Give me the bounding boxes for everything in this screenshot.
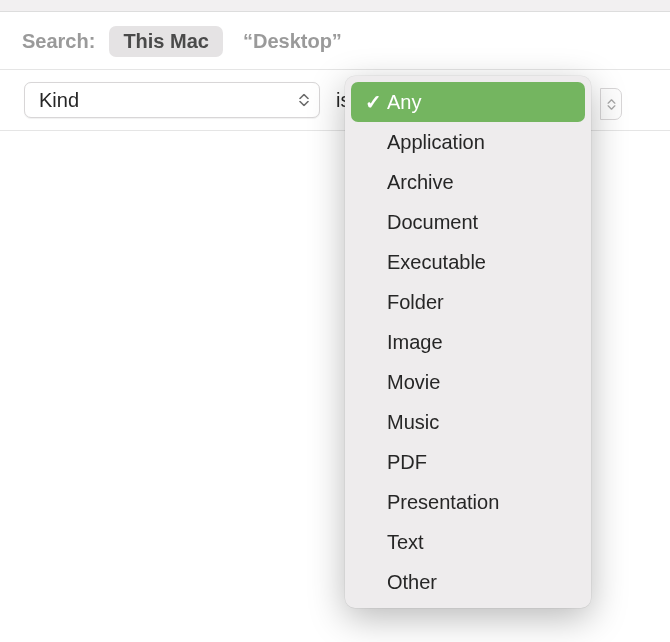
check-icon: ✓ bbox=[365, 210, 387, 234]
attribute-select[interactable]: Kind bbox=[24, 82, 320, 118]
dropdown-item-presentation[interactable]: ✓Presentation bbox=[351, 482, 585, 522]
dropdown-item-other[interactable]: ✓Other bbox=[351, 562, 585, 602]
dropdown-item-label: Archive bbox=[387, 171, 585, 194]
dropdown-item-label: Music bbox=[387, 411, 585, 434]
dropdown-item-label: Image bbox=[387, 331, 585, 354]
dropdown-item-label: PDF bbox=[387, 451, 585, 474]
dropdown-item-music[interactable]: ✓Music bbox=[351, 402, 585, 442]
dropdown-item-label: Application bbox=[387, 131, 585, 154]
check-icon: ✓ bbox=[365, 330, 387, 354]
dropdown-item-label: Presentation bbox=[387, 491, 585, 514]
check-icon: ✓ bbox=[365, 90, 387, 114]
search-scope-bar: Search: This Mac “Desktop” bbox=[0, 12, 670, 70]
dropdown-item-label: Text bbox=[387, 531, 585, 554]
scope-desktop[interactable]: “Desktop” bbox=[237, 26, 348, 57]
check-icon: ✓ bbox=[365, 250, 387, 274]
check-icon: ✓ bbox=[365, 450, 387, 474]
search-label: Search: bbox=[22, 30, 95, 53]
dropdown-item-image[interactable]: ✓Image bbox=[351, 322, 585, 362]
dropdown-item-label: Executable bbox=[387, 251, 585, 274]
scope-this-mac[interactable]: This Mac bbox=[109, 26, 223, 57]
check-icon: ✓ bbox=[365, 490, 387, 514]
kind-dropdown: ✓Any✓Application✓Archive✓Document✓Execut… bbox=[345, 76, 591, 608]
check-icon: ✓ bbox=[365, 570, 387, 594]
check-icon: ✓ bbox=[365, 130, 387, 154]
window-toolbar-strip bbox=[0, 0, 670, 12]
check-icon: ✓ bbox=[365, 170, 387, 194]
check-icon: ✓ bbox=[365, 530, 387, 554]
dropdown-item-label: Movie bbox=[387, 371, 585, 394]
dropdown-item-movie[interactable]: ✓Movie bbox=[351, 362, 585, 402]
dropdown-item-label: Folder bbox=[387, 291, 585, 314]
dropdown-item-label: Document bbox=[387, 211, 585, 234]
dropdown-item-application[interactable]: ✓Application bbox=[351, 122, 585, 162]
check-icon: ✓ bbox=[365, 370, 387, 394]
dropdown-item-pdf[interactable]: ✓PDF bbox=[351, 442, 585, 482]
dropdown-item-executable[interactable]: ✓Executable bbox=[351, 242, 585, 282]
value-select-stepper[interactable] bbox=[600, 88, 622, 120]
dropdown-item-text[interactable]: ✓Text bbox=[351, 522, 585, 562]
stepper-icon bbox=[299, 94, 309, 107]
check-icon: ✓ bbox=[365, 290, 387, 314]
dropdown-item-archive[interactable]: ✓Archive bbox=[351, 162, 585, 202]
attribute-select-value: Kind bbox=[39, 89, 79, 112]
check-icon: ✓ bbox=[365, 410, 387, 434]
dropdown-item-label: Any bbox=[387, 91, 585, 114]
dropdown-item-any[interactable]: ✓Any bbox=[351, 82, 585, 122]
dropdown-item-label: Other bbox=[387, 571, 585, 594]
dropdown-item-folder[interactable]: ✓Folder bbox=[351, 282, 585, 322]
dropdown-item-document[interactable]: ✓Document bbox=[351, 202, 585, 242]
